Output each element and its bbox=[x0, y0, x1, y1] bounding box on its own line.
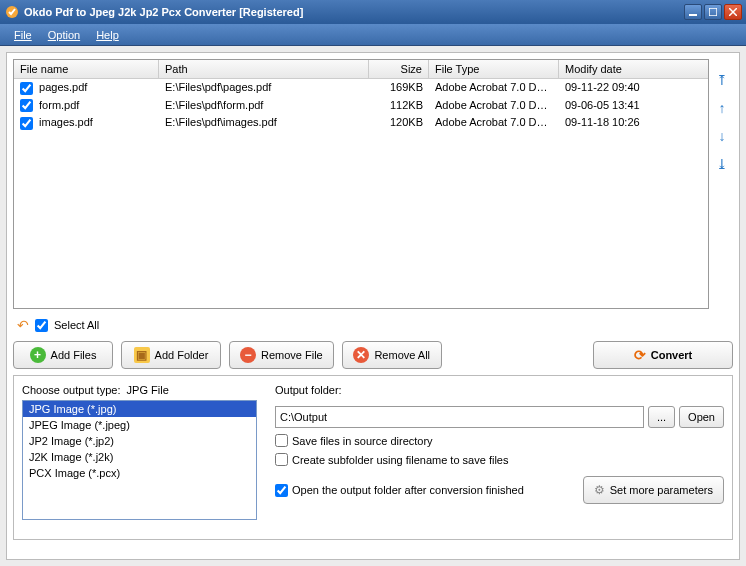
open-after-row: Open the output folder after conversion … bbox=[275, 476, 724, 504]
remove-file-label: Remove File bbox=[261, 349, 323, 361]
col-header-date[interactable]: Modify date bbox=[559, 60, 708, 78]
select-all-label[interactable]: Select All bbox=[54, 319, 99, 331]
list-item[interactable]: JPG Image (*.jpg) bbox=[23, 401, 256, 417]
window-buttons bbox=[684, 4, 742, 20]
save-in-source-row: Save files in source directory bbox=[275, 434, 724, 447]
output-type-column: Choose output type: JPG File JPG Image (… bbox=[22, 384, 257, 531]
list-item[interactable]: JP2 Image (*.jp2) bbox=[23, 433, 256, 449]
select-all-checkbox[interactable] bbox=[35, 319, 48, 332]
table-header: File name Path Size File Type Modify dat… bbox=[14, 60, 708, 79]
menu-option[interactable]: Option bbox=[40, 27, 88, 43]
remove-all-label: Remove All bbox=[374, 349, 430, 361]
file-type: Adobe Acrobat 7.0 Doc... bbox=[429, 115, 559, 131]
file-date: 09-11-18 10:26 bbox=[559, 115, 708, 131]
output-type-current: JPG File bbox=[127, 384, 169, 396]
add-files-label: Add Files bbox=[51, 349, 97, 361]
file-name: pages.pdf bbox=[39, 81, 87, 93]
gear-icon: ⚙ bbox=[594, 483, 605, 497]
convert-button[interactable]: ⟳ Convert bbox=[593, 341, 733, 369]
add-folder-label: Add Folder bbox=[155, 349, 209, 361]
move-top-button[interactable]: ⤒ bbox=[713, 71, 731, 89]
list-item[interactable]: J2K Image (*.j2k) bbox=[23, 449, 256, 465]
select-all-row: ↶ Select All bbox=[13, 315, 733, 335]
move-down-button[interactable]: ↓ bbox=[713, 127, 731, 145]
save-in-source-label[interactable]: Save files in source directory bbox=[292, 435, 433, 447]
file-area: File name Path Size File Type Modify dat… bbox=[13, 59, 733, 309]
file-size: 120KB bbox=[369, 115, 429, 131]
file-path: E:\Files\pdf\form.pdf bbox=[159, 98, 369, 114]
svg-rect-1 bbox=[689, 14, 697, 16]
close-button[interactable] bbox=[724, 4, 742, 20]
file-type: Adobe Acrobat 7.0 Doc... bbox=[429, 80, 559, 96]
col-header-size[interactable]: Size bbox=[369, 60, 429, 78]
col-header-type[interactable]: File Type bbox=[429, 60, 559, 78]
title-text: Okdo Pdf to Jpeg J2k Jp2 Pcx Converter [… bbox=[24, 6, 684, 18]
file-date: 09-11-22 09:40 bbox=[559, 80, 708, 96]
output-type-label: Choose output type: JPG File bbox=[22, 384, 257, 396]
move-bottom-button[interactable]: ⤓ bbox=[713, 155, 731, 173]
plus-icon: + bbox=[30, 347, 46, 363]
open-after-label[interactable]: Open the output folder after conversion … bbox=[292, 484, 524, 496]
set-more-label: Set more parameters bbox=[610, 484, 713, 496]
file-name: form.pdf bbox=[39, 99, 79, 111]
folder-icon: ▣ bbox=[134, 347, 150, 363]
create-subfolder-row: Create subfolder using filename to save … bbox=[275, 453, 724, 466]
menu-help[interactable]: Help bbox=[88, 27, 127, 43]
file-name: images.pdf bbox=[39, 116, 93, 128]
reorder-arrows: ⤒ ↑ ↓ ⤓ bbox=[713, 59, 733, 309]
table-row[interactable]: pages.pdfE:\Files\pdf\pages.pdf169KBAdob… bbox=[14, 79, 708, 97]
convert-icon: ⟳ bbox=[634, 347, 646, 363]
svg-rect-2 bbox=[709, 8, 717, 16]
minus-icon: − bbox=[240, 347, 256, 363]
output-folder-row: ... Open bbox=[275, 406, 724, 428]
menu-file[interactable]: File bbox=[6, 27, 40, 43]
open-folder-button[interactable]: Open bbox=[679, 406, 724, 428]
add-files-button[interactable]: + Add Files bbox=[13, 341, 113, 369]
table-row[interactable]: images.pdfE:\Files\pdf\images.pdf120KBAd… bbox=[14, 114, 708, 132]
menubar: File Option Help bbox=[0, 24, 746, 46]
table-row[interactable]: form.pdfE:\Files\pdf\form.pdf112KBAdobe … bbox=[14, 97, 708, 115]
x-icon: ✕ bbox=[353, 347, 369, 363]
content: File name Path Size File Type Modify dat… bbox=[6, 52, 740, 560]
up-level-icon[interactable]: ↶ bbox=[17, 317, 29, 333]
list-item[interactable]: JPEG Image (*.jpeg) bbox=[23, 417, 256, 433]
file-path: E:\Files\pdf\images.pdf bbox=[159, 115, 369, 131]
create-subfolder-checkbox[interactable] bbox=[275, 453, 288, 466]
set-more-parameters-button[interactable]: ⚙ Set more parameters bbox=[583, 476, 724, 504]
file-date: 09-06-05 13:41 bbox=[559, 98, 708, 114]
browse-button[interactable]: ... bbox=[648, 406, 675, 428]
maximize-button[interactable] bbox=[704, 4, 722, 20]
file-table: File name Path Size File Type Modify dat… bbox=[13, 59, 709, 309]
file-size: 112KB bbox=[369, 98, 429, 114]
save-in-source-checkbox[interactable] bbox=[275, 434, 288, 447]
list-item[interactable]: PCX Image (*.pcx) bbox=[23, 465, 256, 481]
output-folder-input[interactable] bbox=[275, 406, 644, 428]
row-checkbox[interactable] bbox=[20, 117, 33, 130]
file-size: 169KB bbox=[369, 80, 429, 96]
minimize-button[interactable] bbox=[684, 4, 702, 20]
table-body: pages.pdfE:\Files\pdf\pages.pdf169KBAdob… bbox=[14, 79, 708, 132]
output-type-listbox[interactable]: JPG Image (*.jpg)JPEG Image (*.jpeg)JP2 … bbox=[22, 400, 257, 520]
action-button-row: + Add Files ▣ Add Folder − Remove File ✕… bbox=[13, 341, 733, 369]
file-type: Adobe Acrobat 7.0 Doc... bbox=[429, 98, 559, 114]
row-checkbox[interactable] bbox=[20, 99, 33, 112]
open-after-checkbox[interactable] bbox=[275, 484, 288, 497]
col-header-name[interactable]: File name bbox=[14, 60, 159, 78]
bottom-panel: Choose output type: JPG File JPG Image (… bbox=[13, 375, 733, 540]
move-up-button[interactable]: ↑ bbox=[713, 99, 731, 117]
remove-file-button[interactable]: − Remove File bbox=[229, 341, 334, 369]
col-header-path[interactable]: Path bbox=[159, 60, 369, 78]
add-folder-button[interactable]: ▣ Add Folder bbox=[121, 341, 221, 369]
create-subfolder-label[interactable]: Create subfolder using filename to save … bbox=[292, 454, 508, 466]
output-folder-column: Output folder: ... Open Save files in so… bbox=[275, 384, 724, 531]
file-path: E:\Files\pdf\pages.pdf bbox=[159, 80, 369, 96]
remove-all-button[interactable]: ✕ Remove All bbox=[342, 341, 442, 369]
titlebar: Okdo Pdf to Jpeg J2k Jp2 Pcx Converter [… bbox=[0, 0, 746, 24]
row-checkbox[interactable] bbox=[20, 82, 33, 95]
app-icon bbox=[4, 4, 20, 20]
output-folder-label: Output folder: bbox=[275, 384, 724, 396]
convert-label: Convert bbox=[651, 349, 693, 361]
